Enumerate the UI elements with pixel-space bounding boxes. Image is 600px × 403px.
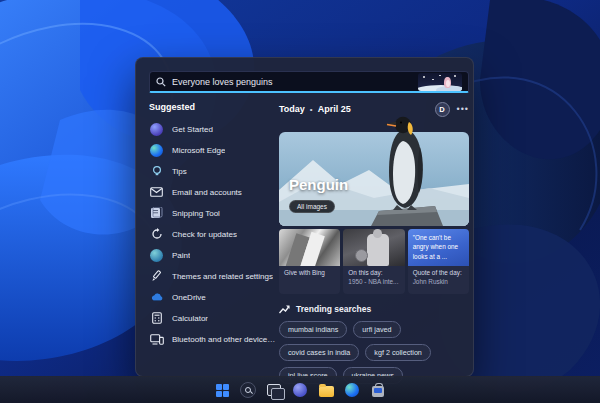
onedrive-cloud-icon: [149, 290, 164, 305]
edge-icon: [149, 143, 164, 158]
file-explorer-button[interactable]: [318, 382, 334, 398]
suggested-section: Suggested Get Started Microsoft Edge Tip…: [149, 102, 277, 347]
suggested-item-check-updates[interactable]: Check for updates: [149, 226, 277, 242]
penguin-image: [359, 115, 455, 226]
search-bar[interactable]: [149, 71, 469, 93]
trending-pill[interactable]: mumbai indians: [279, 321, 347, 338]
trending-pill[interactable]: kgf 2 collection: [365, 344, 431, 361]
today-separator: •: [310, 105, 313, 114]
folder-icon: [319, 386, 334, 397]
trending-pill[interactable]: urfi javed: [353, 321, 400, 338]
search-panel: Suggested Get Started Microsoft Edge Tip…: [135, 57, 474, 377]
on-this-day-photo: [343, 229, 404, 266]
suggested-item-calculator[interactable]: Calculator: [149, 310, 277, 326]
suggested-list: Get Started Microsoft Edge Tips Email an…: [149, 121, 277, 347]
all-images-badge[interactable]: All images: [289, 200, 335, 213]
edge-button[interactable]: [344, 382, 360, 398]
daily-cards: Give with Bing On this day: 1950 - NBA i…: [279, 229, 469, 294]
card-caption: On this day:: [348, 269, 399, 278]
pencil-icon: [149, 269, 164, 284]
search-icon: [240, 382, 256, 398]
suggested-item-onedrive[interactable]: OneDrive: [149, 289, 277, 305]
more-options-button[interactable]: •••: [457, 106, 469, 112]
hero-title: Penguin: [289, 176, 348, 193]
windows-logo-icon: [216, 384, 229, 397]
card-caption: Quote of the day:: [413, 269, 464, 278]
edge-icon: [345, 383, 359, 397]
search-icon: [156, 77, 166, 87]
lightbulb-icon: [149, 164, 164, 179]
penguin-hero-card[interactable]: Penguin All images: [279, 132, 469, 226]
devices-icon: [149, 332, 164, 347]
scissors-icon: [149, 206, 164, 221]
taskbar: [0, 376, 600, 403]
suggested-item-bluetooth-devices[interactable]: Bluetooth and other devices sett...: [149, 331, 277, 347]
trending-icon: [279, 305, 290, 314]
quote-text: "One can't be angry when one looks at a …: [408, 229, 469, 266]
store-button[interactable]: [370, 382, 386, 398]
today-date: April 25: [318, 104, 351, 114]
suggested-title: Suggested: [149, 102, 277, 112]
widgets-icon: [293, 383, 307, 397]
mini-penguin-icon: [444, 77, 451, 88]
task-view-icon: [267, 384, 281, 396]
envelope-icon: [149, 185, 164, 200]
search-input[interactable]: [172, 77, 412, 87]
card-caption: Give with Bing: [284, 269, 335, 278]
trending-pill[interactable]: covid cases in india: [279, 344, 359, 361]
calculator-icon: [149, 311, 164, 326]
suggested-item-snipping-tool[interactable]: Snipping Tool: [149, 205, 277, 221]
paint-palette-icon: [149, 248, 164, 263]
trending-section: Trending searches mumbai indians urfi ja…: [279, 304, 469, 384]
trending-title: Trending searches: [296, 304, 371, 314]
penguin-night-illustration: [418, 73, 462, 91]
today-header: Today • April 25 D •••: [279, 102, 469, 116]
suggested-item-paint[interactable]: Paint: [149, 247, 277, 263]
store-bag-icon: [372, 386, 384, 397]
get-started-icon: [149, 122, 164, 137]
suggested-item-email-accounts[interactable]: Email and accounts: [149, 184, 277, 200]
taskbar-search-button[interactable]: [240, 382, 256, 398]
widgets-button[interactable]: [292, 382, 308, 398]
give-with-bing-card[interactable]: Give with Bing: [279, 229, 340, 294]
on-this-day-card[interactable]: On this day: 1950 - NBA inte...: [343, 229, 404, 294]
trending-pills: mumbai indians urfi javed covid cases in…: [279, 321, 469, 384]
suggested-item-get-started[interactable]: Get Started: [149, 121, 277, 137]
suggested-item-microsoft-edge[interactable]: Microsoft Edge: [149, 142, 277, 158]
suggested-item-tips[interactable]: Tips: [149, 163, 277, 179]
card-caption-detail: John Ruskin: [413, 278, 464, 287]
give-with-bing-photo: [279, 229, 340, 266]
card-caption-detail: 1950 - NBA inte...: [348, 278, 399, 287]
today-section: Today • April 25 D •••: [279, 102, 469, 384]
refresh-arrows-icon: [149, 227, 164, 242]
suggested-item-themes[interactable]: Themes and related settings: [149, 268, 277, 284]
task-view-button[interactable]: [266, 382, 282, 398]
quote-of-the-day-card[interactable]: "One can't be angry when one looks at a …: [408, 229, 469, 294]
today-label: Today: [279, 104, 305, 114]
start-button[interactable]: [214, 382, 230, 398]
